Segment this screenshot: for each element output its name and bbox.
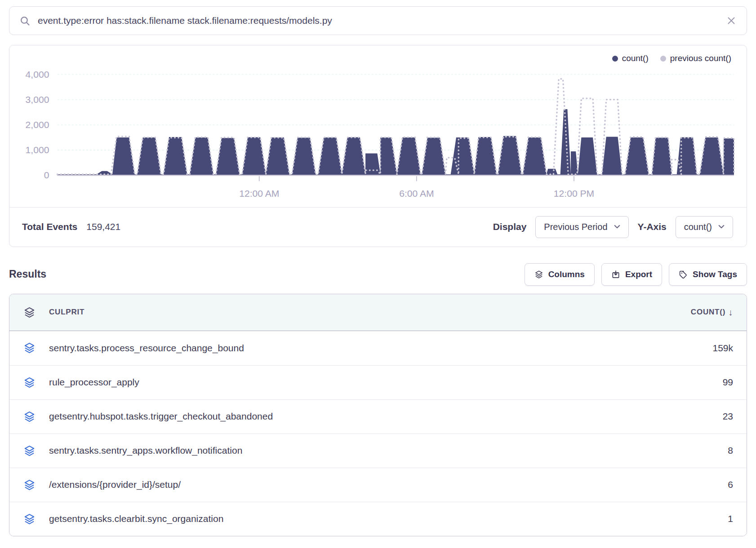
clear-search-icon[interactable] [726,15,737,26]
search-bar [9,6,747,35]
legend-label-count: count() [622,53,649,63]
search-input[interactable] [38,15,719,26]
chevron-down-icon [718,225,725,229]
y-axis-label: 4,000 [26,69,49,80]
table-row[interactable]: getsentry.tasks.clearbit.sync_organizati… [9,502,747,536]
chart-area: count() previous count() 01,0002,0003,00… [9,45,747,207]
culprit-cell[interactable]: sentry.tasks.process_resource_change_bou… [49,343,630,354]
results-title: Results [9,268,46,280]
count-cell: 99 [723,377,747,388]
table-row[interactable]: sentry.tasks.process_resource_change_bou… [9,331,747,365]
export-button-label: Export [625,270,652,279]
events-chart: 01,0002,0003,0004,00012:00 AM6:00 AM12:0… [15,57,738,207]
table-row[interactable]: /extensions/{provider_id}/setup/ 6 [9,468,747,502]
previous-count-series-dot [660,56,666,62]
table-row[interactable]: rule_processor_apply 99 [9,365,747,399]
culprit-cell[interactable]: getsentry.hubspot.tasks.trigger_checkout… [49,411,630,422]
count-cell: 1 [728,513,747,524]
count-series-dot [612,56,618,62]
stack-icon[interactable] [23,445,36,457]
culprit-cell[interactable]: rule_processor_apply [49,377,630,388]
yaxis-value: count() [684,222,712,232]
culprit-cell[interactable]: getsentry.tasks.clearbit.sync_organizati… [49,513,630,524]
count-cell: 6 [728,479,747,490]
sort-descending-icon: ↓ [728,307,733,318]
count-cell: 159k [712,343,747,354]
yaxis-label: Y-Axis [638,221,667,232]
y-axis-label: 1,000 [26,145,49,155]
legend-label-previous-count: previous count() [670,53,731,63]
display-period-value: Previous Period [544,222,607,232]
legend-item-count[interactable]: count() [612,53,649,63]
culprit-cell[interactable]: /extensions/{provider_id}/setup/ [49,479,630,490]
columns-button-label: Columns [548,270,585,279]
yaxis-dropdown[interactable]: count() [676,216,733,238]
results-header: Results Columns Export Show Tags [9,263,747,286]
count-column-header[interactable]: COUNT() ↓ [691,307,747,318]
culprit-cell[interactable]: sentry.tasks.sentry_apps.workflow_notifi… [49,445,630,456]
display-label: Display [493,221,527,232]
x-axis-label: 6:00 AM [399,188,434,199]
search-icon [19,15,31,27]
show-tags-button[interactable]: Show Tags [669,263,747,286]
stack-icon[interactable] [23,411,36,423]
x-axis-label: 12:00 AM [239,188,279,199]
results-table-body: sentry.tasks.process_resource_change_bou… [9,331,747,536]
count-cell: 8 [728,445,747,456]
export-download-icon [611,270,620,279]
stack-icon[interactable] [23,513,36,525]
results-table-header: CULPRIT COUNT() ↓ [9,294,747,331]
table-row[interactable]: sentry.tasks.sentry_apps.workflow_notifi… [9,433,747,468]
chevron-down-icon [614,225,620,229]
count-header-label: COUNT() [691,308,725,317]
stack-icon[interactable] [23,479,36,491]
table-row[interactable]: getsentry.hubspot.tasks.trigger_checkout… [9,399,747,433]
x-axis-label: 12:00 PM [554,188,594,199]
results-table: CULPRIT COUNT() ↓ sentry.tasks.process_r… [9,294,747,536]
stack-icon[interactable] [23,376,36,389]
total-events-label: Total Events [22,221,77,232]
culprit-column-header[interactable]: CULPRIT [49,308,630,317]
events-chart-panel: count() previous count() 01,0002,0003,00… [9,45,747,247]
y-axis-label: 3,000 [26,94,49,105]
count-series-area [57,109,734,175]
y-axis-label: 2,000 [26,119,49,130]
stack-icon[interactable] [23,306,36,318]
columns-button[interactable]: Columns [525,263,595,286]
tag-icon [679,270,688,279]
discover-page: count() previous count() 01,0002,0003,00… [0,0,756,543]
stack-icon[interactable] [23,342,36,354]
results-toolbar: Columns Export Show Tags [525,263,747,286]
y-axis-label: 0 [44,170,49,180]
total-events-value: 159,421 [86,221,120,232]
export-button[interactable]: Export [601,263,662,286]
legend-item-previous-count[interactable]: previous count() [660,53,731,63]
columns-stack-icon [534,270,543,279]
count-cell: 23 [723,411,747,422]
display-period-dropdown[interactable]: Previous Period [535,216,628,238]
show-tags-button-label: Show Tags [693,270,737,279]
chart-footer: Total Events 159,421 Display Previous Pe… [9,207,747,247]
